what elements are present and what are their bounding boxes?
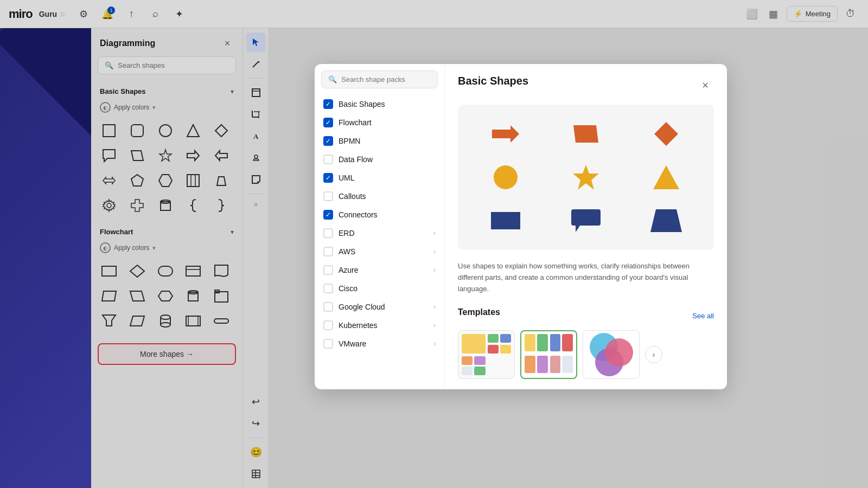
pack-label-aws: AWS — [339, 247, 428, 256]
modal-right-title: Basic Shapes — [458, 75, 528, 87]
pack-item-kubernetes[interactable]: Kubernetes › — [315, 316, 444, 335]
pack-item-bpmn[interactable]: ✓ BPMN — [315, 132, 444, 150]
template-card-1[interactable] — [458, 330, 515, 379]
templates-header: Templates See all — [458, 307, 714, 324]
template-block — [474, 356, 485, 365]
preview-parallelogram — [570, 118, 602, 150]
template-block — [525, 356, 535, 373]
template-block — [537, 334, 548, 351]
circles-preview — [590, 333, 633, 376]
template-block — [462, 356, 473, 365]
templates-next-button[interactable]: › — [645, 346, 662, 363]
template-block — [550, 334, 561, 351]
svg-marker-61 — [653, 165, 679, 189]
template-block — [462, 356, 486, 376]
shapes-preview-area — [458, 105, 714, 250]
pack-checkbox-kubernetes[interactable] — [323, 320, 333, 330]
template-block — [462, 334, 486, 354]
pack-label-google-cloud: Google Cloud — [339, 303, 428, 311]
pack-checkbox-bpmn[interactable]: ✓ — [323, 136, 333, 146]
template-card-2[interactable] — [520, 330, 577, 379]
template-block — [500, 345, 511, 354]
pack-google-cloud-arrow-icon: › — [433, 303, 436, 311]
template-block — [550, 356, 561, 373]
preview-circle — [489, 161, 522, 194]
pack-item-basic-shapes[interactable]: ✓ Basic Shapes — [315, 95, 444, 113]
template-block — [488, 334, 499, 343]
svg-rect-62 — [491, 212, 520, 229]
preview-rect-blue — [489, 204, 522, 237]
modal-search-input[interactable] — [341, 75, 431, 84]
modal-left-panel: 🔍 ✓ Basic Shapes ✓ Flowchart ✓ BPMN — [315, 64, 445, 389]
template-block — [525, 334, 535, 351]
templates-grid: › — [458, 330, 714, 379]
svg-marker-56 — [492, 125, 519, 143]
modal-search-icon: 🔍 — [328, 75, 337, 84]
pack-checkbox-basic-shapes[interactable]: ✓ — [323, 99, 333, 109]
pack-label-uml: UML — [339, 174, 436, 182]
pack-checkbox-erd[interactable] — [323, 228, 333, 238]
pack-item-callouts[interactable]: Callouts — [315, 187, 444, 206]
pack-checkbox-connectors[interactable]: ✓ — [323, 210, 333, 220]
template-block — [488, 345, 499, 354]
template-block — [462, 367, 473, 375]
svg-marker-64 — [576, 226, 580, 232]
pack-checkbox-azure[interactable] — [323, 265, 333, 275]
preview-star — [570, 161, 602, 194]
pack-label-azure: Azure — [339, 266, 428, 274]
pack-checkbox-google-cloud[interactable] — [323, 302, 333, 312]
pack-item-flowchart[interactable]: ✓ Flowchart — [315, 113, 444, 132]
template-card-3[interactable] — [583, 330, 640, 379]
modal-description: Use shapes to explain how something work… — [458, 261, 714, 294]
modal-overlay[interactable]: 🔍 ✓ Basic Shapes ✓ Flowchart ✓ BPMN — [0, 0, 868, 488]
pack-item-erd[interactable]: ERD › — [315, 224, 444, 242]
template-block — [488, 334, 512, 354]
preview-triangle — [650, 161, 682, 194]
pack-checkbox-cisco[interactable] — [323, 284, 333, 293]
template-block — [562, 356, 573, 373]
pack-checkbox-uml[interactable]: ✓ — [323, 173, 333, 183]
pack-label-erd: ERD — [339, 229, 428, 237]
pack-item-azure[interactable]: Azure › — [315, 261, 444, 279]
preview-arrow — [489, 118, 522, 150]
pack-checkbox-flowchart[interactable]: ✓ — [323, 118, 333, 127]
pack-item-data-flow[interactable]: Data Flow — [315, 150, 444, 169]
pack-item-vmware[interactable]: VMware › — [315, 335, 444, 353]
pack-erd-arrow-icon: › — [433, 229, 436, 237]
modal-right-panel: Basic Shapes × — [445, 64, 727, 389]
circle-pink — [605, 338, 633, 367]
svg-marker-65 — [650, 209, 682, 232]
svg-point-59 — [494, 165, 518, 189]
template-block — [500, 334, 511, 343]
pack-item-uml[interactable]: ✓ UML — [315, 169, 444, 187]
pack-label-data-flow: Data Flow — [339, 155, 436, 164]
pack-item-connectors[interactable]: ✓ Connectors — [315, 206, 444, 224]
pack-label-flowchart: Flowchart — [339, 118, 436, 127]
pack-azure-arrow-icon: › — [433, 266, 436, 274]
svg-marker-57 — [573, 125, 598, 143]
pack-checkbox-vmware[interactable] — [323, 339, 333, 349]
pack-checkbox-aws[interactable] — [323, 247, 333, 256]
shape-packs-modal: 🔍 ✓ Basic Shapes ✓ Flowchart ✓ BPMN — [315, 64, 727, 389]
pack-item-google-cloud[interactable]: Google Cloud › — [315, 298, 444, 316]
pack-checkbox-callouts[interactable] — [323, 191, 333, 201]
pack-item-aws[interactable]: AWS › — [315, 242, 444, 261]
svg-marker-58 — [654, 122, 678, 146]
modal-search-box[interactable]: 🔍 — [321, 70, 438, 88]
pack-label-kubernetes: Kubernetes — [339, 321, 428, 330]
pack-kubernetes-arrow-icon: › — [433, 322, 436, 329]
pack-vmware-arrow-icon: › — [433, 340, 436, 348]
modal-close-button[interactable]: × — [697, 77, 714, 94]
pack-label-bpmn: BPMN — [339, 137, 436, 145]
see-all-button[interactable]: See all — [692, 312, 714, 320]
pack-label-connectors: Connectors — [339, 210, 436, 219]
templates-section-title: Templates — [458, 307, 500, 317]
pack-item-cisco[interactable]: Cisco — [315, 279, 444, 298]
svg-rect-63 — [571, 209, 601, 226]
svg-marker-60 — [573, 165, 599, 190]
template-block — [537, 356, 548, 373]
shapes-preview-grid — [471, 118, 701, 237]
preview-speech-blue — [570, 204, 602, 237]
pack-checkbox-data-flow[interactable] — [323, 155, 333, 164]
preview-diamond — [650, 118, 682, 150]
